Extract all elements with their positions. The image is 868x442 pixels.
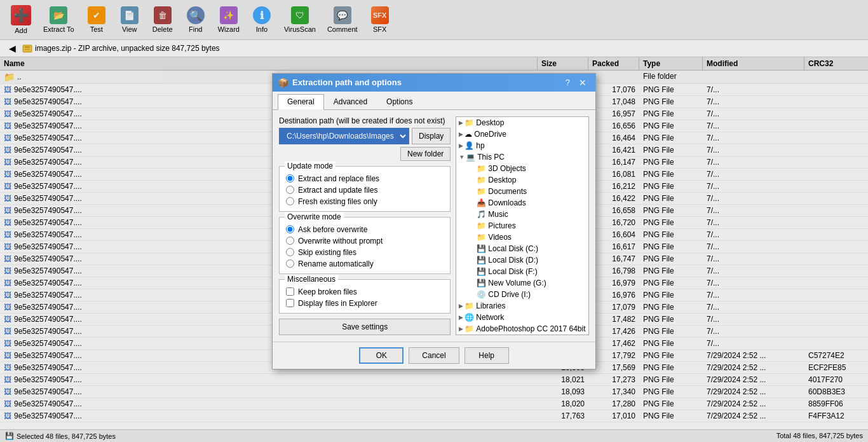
tree-item-label: OneDrive <box>474 130 506 139</box>
update-mode-title: Update mode <box>285 162 336 170</box>
tree-item-label: Pictures <box>488 221 515 230</box>
radio-extract-update[interactable]: Extract and update files <box>286 186 444 195</box>
tree-item[interactable]: ▶ 🌐 Network <box>456 312 588 323</box>
tree-item[interactable]: 💾 Local Disk (C:) <box>456 243 588 254</box>
save-settings-button[interactable]: Save settings <box>279 319 451 335</box>
tree-item-label: AdobePhotoshop CC 2017 64bit <box>476 324 585 333</box>
dialog-titlebar: 📦 Extraction path and options ? ✕ <box>273 74 595 92</box>
tree-item-icon: ☁ <box>465 130 472 139</box>
tree-item[interactable]: 💿 CD Drive (I:) <box>456 289 588 300</box>
expand-icon[interactable]: ▶ <box>459 314 463 321</box>
checkbox-display-explorer[interactable]: Display files in Explorer <box>286 299 444 308</box>
tree-item-label: Desktop <box>488 176 516 184</box>
overwrite-mode-title: Overwrite mode <box>285 212 344 221</box>
expand-icon[interactable]: ▼ <box>459 154 465 160</box>
overwrite-mode-section: Overwrite mode Ask before overwrite Over… <box>279 217 451 274</box>
dialog-title-buttons: ? ✕ <box>562 78 590 88</box>
misc-section: Miscellaneous Keep broken files Display … <box>279 279 451 314</box>
misc-title: Miscellaneous <box>285 275 338 284</box>
tree-item-icon: 💾 <box>477 244 486 253</box>
expand-icon[interactable]: ▶ <box>459 131 463 137</box>
tree-item[interactable]: ▶ 👤 hp <box>456 140 588 151</box>
tree-item-label: Downloads <box>488 198 526 207</box>
tree-item-icon: 📁 <box>477 233 486 242</box>
tree-item[interactable]: 📥 Downloads <box>456 197 588 209</box>
radio-skip-existing[interactable]: Skip existing files <box>286 248 444 257</box>
tree-item-icon: 💾 <box>477 279 486 287</box>
tree-item-label: Documents <box>488 187 527 196</box>
radio-rename-auto[interactable]: Rename automatically <box>286 259 444 268</box>
dialog-tabs: General Advanced Options <box>273 92 595 110</box>
dialog-body: Destination path (will be created if doe… <box>273 110 595 342</box>
tree-item-label: Desktop <box>476 118 504 127</box>
dialog-left-panel: Destination path (will be created if doe… <box>279 116 451 335</box>
tree-item-label: Network <box>476 313 504 322</box>
new-folder-button[interactable]: New folder <box>400 147 451 161</box>
tree-item[interactable]: 🎵 Music <box>456 209 588 220</box>
tree-item[interactable]: 💾 New Volume (G:) <box>456 277 588 289</box>
tree-item[interactable]: ▼ 💻 This PC <box>456 151 588 163</box>
tree-item-icon: 📁 <box>477 221 486 230</box>
ok-button[interactable]: OK <box>359 347 403 364</box>
tree-item-icon: 📁 <box>465 324 474 333</box>
tree-item-label: Local Disk (F:) <box>488 267 537 276</box>
help-button[interactable]: Help <box>465 347 509 364</box>
tree-item-label: Music <box>488 210 508 219</box>
tree-item[interactable]: ▶ 📁 Libraries <box>456 300 588 312</box>
tree-item-label: Local Disk (C:) <box>488 244 538 253</box>
tree-item-label: Local Disk (D:) <box>488 256 538 265</box>
expand-icon[interactable]: ▶ <box>459 303 463 309</box>
tree-item-icon: 🎵 <box>477 210 486 219</box>
tree-item-icon: 📁 <box>477 176 486 184</box>
dialog-close-button[interactable]: ✕ <box>575 78 590 88</box>
extraction-dialog: 📦 Extraction path and options ? ✕ Genera… <box>272 73 596 369</box>
radio-extract-replace[interactable]: Extract and replace files <box>286 174 444 183</box>
dialog-title-left: 📦 Extraction path and options <box>278 78 402 88</box>
tree-item-icon: 💿 <box>477 290 486 299</box>
tree-item-icon: 📁 <box>465 118 474 127</box>
tree-item-label: Videos <box>488 233 511 242</box>
dialog-help-button[interactable]: ? <box>562 78 574 88</box>
tab-advanced[interactable]: Advanced <box>324 94 377 109</box>
tree-item[interactable]: 💾 Local Disk (D:) <box>456 254 588 266</box>
tree-item-icon: 📁 <box>465 301 474 310</box>
tree-scrollbar[interactable] <box>579 176 589 318</box>
dialog-overlay: 📦 Extraction path and options ? ✕ Genera… <box>0 0 868 442</box>
checkbox-keep-broken[interactable]: Keep broken files <box>286 287 444 296</box>
tree-item[interactable]: 📁 3D Objects <box>456 163 588 174</box>
dialog-title-text: Extraction path and options <box>292 78 402 87</box>
dialog-title-icon: 📦 <box>278 78 288 88</box>
expand-icon[interactable]: ▶ <box>459 120 463 126</box>
tree-item-icon: 💾 <box>477 256 486 265</box>
dialog-buttons: OK Cancel Help <box>273 342 595 369</box>
tab-general[interactable]: General <box>278 94 324 110</box>
tree-item[interactable]: ▶ 📁 AdobePhotoshop CC 2017 64bit <box>456 323 588 335</box>
expand-icon[interactable]: ▶ <box>459 326 463 332</box>
tree-item-label: This PC <box>477 153 505 162</box>
tree-item[interactable]: 📁 Pictures <box>456 220 588 231</box>
folder-tree: ▶ 📁 Desktop ▶ ☁ OneDrive ▶ 👤 hp ▼ 💻 This… <box>456 117 588 335</box>
expand-icon[interactable]: ▶ <box>459 142 463 149</box>
tree-item-label: CD Drive (I:) <box>488 290 531 299</box>
cancel-button[interactable]: Cancel <box>409 347 459 364</box>
tree-item-icon: 📥 <box>477 198 486 207</box>
radio-overwrite-without[interactable]: Overwrite without prompt <box>286 237 444 245</box>
tree-item[interactable]: 💾 Local Disk (F:) <box>456 266 588 277</box>
tree-item[interactable]: 📁 Videos <box>456 231 588 243</box>
radio-fresh-only[interactable]: Fresh existing files only <box>286 197 444 206</box>
radio-ask-before[interactable]: Ask before overwrite <box>286 225 444 234</box>
tree-item-icon: 📁 <box>477 187 486 196</box>
tree-item[interactable]: 📁 Documents <box>456 186 588 197</box>
display-button[interactable]: Display <box>412 128 451 144</box>
tree-item[interactable]: 📁 Desktop <box>456 174 588 186</box>
tree-item[interactable]: ▶ 📁 Desktop <box>456 117 588 128</box>
tree-item-label: 3D Objects <box>488 164 526 173</box>
dest-path-label: Destination path (will be created if doe… <box>279 116 451 125</box>
tree-item-icon: 🌐 <box>465 313 474 322</box>
tree-item[interactable]: ▶ ☁ OneDrive <box>456 128 588 140</box>
dest-path-input[interactable]: C:\Users\hp\Downloads\Images <box>279 128 409 144</box>
tab-options[interactable]: Options <box>377 94 422 109</box>
tree-item-icon: 👤 <box>465 141 474 150</box>
tree-item-icon: 📁 <box>477 164 486 173</box>
tree-item-icon: 💻 <box>466 153 475 162</box>
